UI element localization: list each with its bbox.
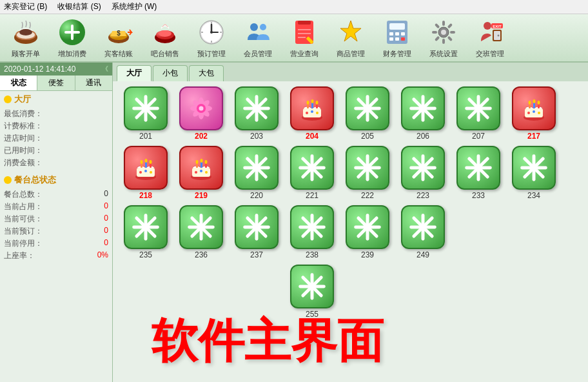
table-row[interactable]: 204 xyxy=(287,86,337,141)
table-row[interactable]: 235 xyxy=(121,205,171,259)
table-row[interactable]: 220 xyxy=(231,146,282,200)
svg-point-127 xyxy=(200,170,202,172)
toolbar: 顾客开单 增加消费 xyxy=(0,14,588,63)
occupied-row: 当前占用：0 xyxy=(4,201,108,213)
table-number: 233 xyxy=(472,191,485,200)
occupancy-row: 上座率：0% xyxy=(4,250,108,262)
table-row[interactable]: 236 xyxy=(176,205,226,259)
svg-point-126 xyxy=(195,171,197,174)
table-row[interactable]: 237 xyxy=(231,205,282,259)
svg-rect-32 xyxy=(389,23,405,30)
main-area: 2020-01-12 14:41:40 《 状态 便签 通讯 大厅 最低消费： … xyxy=(0,63,588,382)
add-consume-label: 增加消费 xyxy=(58,49,86,59)
sidebar: 2020-01-12 14:41:40 《 状态 便签 通讯 大厅 最低消费： … xyxy=(0,63,113,382)
svg-point-123 xyxy=(196,160,199,164)
table-row[interactable]: 255 xyxy=(287,265,337,319)
table-number: 217 xyxy=(527,132,540,141)
table-number: 238 xyxy=(306,250,318,259)
table-number: 239 xyxy=(361,250,374,259)
table-row[interactable]: 217 xyxy=(509,86,559,141)
settings-button[interactable]: 系统设置 xyxy=(423,17,464,59)
svg-point-3 xyxy=(19,29,32,35)
used-time-row: 已用时间： xyxy=(4,145,108,157)
table-row[interactable]: 203 xyxy=(231,86,282,141)
member-label: 会员管理 xyxy=(244,49,272,59)
total-tables-val: 0 xyxy=(104,189,108,200)
min-consume-row: 最低消费： xyxy=(4,108,108,120)
svg-point-23 xyxy=(260,24,266,30)
business-label: 营业查询 xyxy=(290,49,318,59)
bar-sale-button[interactable]: 吧台销售 xyxy=(144,17,186,59)
occupancy-val: 0% xyxy=(97,250,108,261)
svg-point-68 xyxy=(199,106,203,110)
handover-button[interactable]: EXIT 交班管理 xyxy=(469,17,511,59)
svg-rect-35 xyxy=(401,32,405,35)
settings-label: 系统设置 xyxy=(429,49,458,59)
svg-point-40 xyxy=(441,30,446,35)
content-tab-hall[interactable]: 大厅 xyxy=(117,65,152,81)
table-row[interactable]: 206 xyxy=(398,86,448,141)
business-button[interactable]: 营业查询 xyxy=(284,17,325,59)
table-row[interactable]: 222 xyxy=(342,146,393,200)
occupied-val: 0 xyxy=(104,201,108,212)
table-row[interactable]: 221 xyxy=(287,146,337,200)
table-number: 219 xyxy=(195,191,208,200)
svg-point-80 xyxy=(316,101,318,105)
menu-guest[interactable]: 来宾登记 (B) xyxy=(4,1,47,12)
checkout-button[interactable]: $ 宾客结账 xyxy=(98,17,139,59)
svg-point-52 xyxy=(498,35,500,37)
table-row[interactable]: 233 xyxy=(453,146,504,200)
svg-point-105 xyxy=(533,110,535,113)
member-button[interactable]: 会员管理 xyxy=(237,17,279,59)
preorder-button[interactable]: 预订管理 xyxy=(191,17,232,59)
svg-point-83 xyxy=(316,112,318,114)
menu-checkout[interactable]: 收银结算 (S) xyxy=(57,1,101,12)
add-consume-button[interactable]: 增加消费 xyxy=(52,17,93,59)
table-row[interactable]: 238 xyxy=(287,205,337,259)
table-row[interactable]: 207 xyxy=(453,86,504,141)
table-row[interactable]: 249 xyxy=(398,205,448,259)
goods-button[interactable]: 商品管理 xyxy=(330,17,371,59)
tab-comm[interactable]: 通讯 xyxy=(75,75,112,90)
table-number: 204 xyxy=(306,132,318,141)
table-row[interactable]: 202 xyxy=(176,86,226,141)
finance-button[interactable]: 财务管理 xyxy=(377,17,418,59)
svg-point-114 xyxy=(150,160,152,164)
content-tab-large[interactable]: 大包 xyxy=(189,65,224,81)
menubar: 来宾登记 (B) 收银结算 (S) 系统维护 (W) xyxy=(0,0,588,14)
svg-rect-6 xyxy=(64,31,80,34)
svg-point-103 xyxy=(538,101,540,105)
svg-point-104 xyxy=(527,112,530,114)
svg-marker-30 xyxy=(340,21,361,41)
table-row[interactable]: 205 xyxy=(342,86,393,141)
finance-label: 财务管理 xyxy=(383,49,411,59)
table-number: 222 xyxy=(361,191,374,200)
svg-point-115 xyxy=(139,171,142,174)
svg-point-12 xyxy=(159,30,172,37)
table-number: 206 xyxy=(416,132,429,141)
table-row[interactable]: 219 xyxy=(176,146,226,200)
table-number: 221 xyxy=(306,191,318,200)
svg-text:$: $ xyxy=(117,30,121,37)
hall-title: 大厅 xyxy=(4,94,108,105)
table-row[interactable]: 218 xyxy=(121,146,171,200)
svg-point-112 xyxy=(141,160,143,164)
svg-rect-34 xyxy=(395,32,399,35)
hall-dot xyxy=(4,96,12,103)
table-row[interactable]: 239 xyxy=(342,205,393,259)
table-row[interactable]: 201 xyxy=(121,86,171,141)
guest-open-button[interactable]: 顾客开单 xyxy=(5,17,46,59)
content-tab-small[interactable]: 小包 xyxy=(153,65,188,81)
available-val: 0 xyxy=(104,214,108,225)
menu-system[interactable]: 系统维护 (W) xyxy=(112,1,157,12)
collapse-button[interactable]: 《 xyxy=(102,65,108,74)
svg-point-22 xyxy=(250,23,258,31)
svg-rect-36 xyxy=(389,37,393,41)
table-row[interactable]: 234 xyxy=(509,146,559,200)
table-row[interactable]: 223 xyxy=(398,146,448,200)
tab-status[interactable]: 状态 xyxy=(0,75,37,90)
table-number: 235 xyxy=(139,250,152,259)
tab-note[interactable]: 便签 xyxy=(37,75,75,90)
content-area: 大厅 小包 大包 201 202 203 xyxy=(113,63,588,382)
svg-point-101 xyxy=(529,101,531,105)
